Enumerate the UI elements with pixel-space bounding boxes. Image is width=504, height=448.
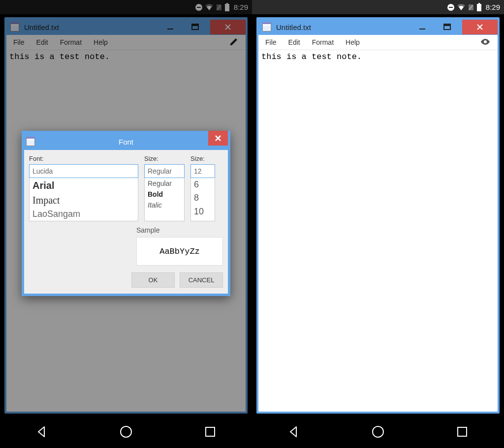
dialog-title: Font: [24, 138, 228, 146]
style-label: Size:: [144, 155, 185, 162]
size-input[interactable]: [190, 164, 215, 178]
back-button[interactable]: [286, 424, 302, 440]
menu-edit[interactable]: Edit: [288, 38, 300, 46]
size-option-6[interactable]: 6: [191, 178, 215, 191]
wifi-icon: [457, 3, 466, 11]
sample-box: AaBbYyZz: [136, 237, 223, 266]
style-option-italic[interactable]: Italic: [145, 200, 184, 210]
menu-file[interactable]: File: [265, 38, 277, 46]
svg-rect-15: [419, 29, 425, 30]
font-label: Font:: [29, 155, 138, 162]
svg-rect-9: [206, 427, 215, 436]
font-listbox[interactable]: Arial Impact LaoSangam Lucida: [29, 178, 138, 221]
dialog-close-button[interactable]: [208, 131, 228, 146]
size-option-8[interactable]: 8: [191, 191, 215, 205]
sim-icon: [468, 3, 474, 11]
recents-button[interactable]: [454, 424, 470, 440]
screen-left: 8:29 Untitled.txt File Edit Format Help: [0, 0, 252, 448]
dnd-icon: [447, 3, 455, 11]
home-button[interactable]: [370, 424, 386, 440]
font-option-laosangam[interactable]: LaoSangam: [30, 208, 138, 221]
size-label: Size:: [190, 155, 215, 162]
svg-point-8: [121, 426, 131, 437]
style-listbox[interactable]: Regular Bold Italic: [144, 178, 185, 221]
cancel-button[interactable]: CANCEL: [180, 272, 223, 288]
font-option-arial[interactable]: Arial: [30, 178, 138, 193]
svg-rect-17: [444, 24, 450, 26]
notepad-window: Untitled.txt File Edit Format Help: [256, 17, 500, 414]
titlebar[interactable]: Untitled.txt: [258, 19, 498, 35]
font-option-lucida[interactable]: Lucida: [30, 221, 138, 221]
svg-rect-14: [477, 4, 481, 11]
notepad-icon: [262, 23, 271, 31]
window-title: Untitled.txt: [276, 23, 408, 31]
style-option-regular[interactable]: Regular: [145, 178, 184, 189]
size-option-10[interactable]: 10: [191, 205, 215, 218]
font-option-impact[interactable]: Impact: [30, 193, 138, 208]
style-option-bold[interactable]: Bold: [145, 189, 184, 200]
home-button[interactable]: [118, 424, 134, 440]
app-body: File Edit Format Help this is a test not…: [258, 35, 498, 412]
sample-label: Sample: [136, 226, 223, 234]
size-listbox[interactable]: 6 8 10: [190, 178, 215, 221]
dialog-body: Font: Arial Impact LaoSangam Lucida Size…: [24, 150, 228, 294]
svg-rect-20: [458, 427, 467, 436]
maximize-button[interactable]: [438, 21, 457, 33]
font-dialog: Font Font: Arial Impact LaoSangam Lucida: [22, 131, 230, 296]
svg-point-19: [373, 426, 383, 437]
svg-rect-11: [449, 7, 453, 8]
status-bar: 8:29: [252, 0, 504, 14]
window-close-button[interactable]: [462, 20, 498, 34]
svg-point-18: [484, 40, 487, 43]
status-time: 8:29: [486, 3, 500, 11]
menu-help[interactable]: Help: [346, 38, 360, 46]
recents-button[interactable]: [202, 424, 218, 440]
back-button[interactable]: [34, 424, 50, 440]
ok-button[interactable]: OK: [131, 272, 175, 288]
style-input[interactable]: [144, 164, 185, 178]
minimize-button[interactable]: [413, 21, 433, 33]
nav-bar: [0, 416, 252, 448]
nav-bar: [252, 416, 504, 448]
menubar: File Edit Format Help: [258, 35, 498, 50]
dialog-titlebar[interactable]: Font: [24, 133, 228, 150]
text-area[interactable]: this is a test note.: [258, 50, 498, 412]
svg-rect-13: [478, 3, 480, 4]
screen-right: 8:29 Untitled.txt File Edit Format Help: [252, 0, 504, 448]
font-input[interactable]: [29, 164, 138, 178]
battery-icon: [476, 3, 482, 11]
menu-format[interactable]: Format: [312, 38, 334, 46]
view-icon[interactable]: [480, 36, 491, 49]
